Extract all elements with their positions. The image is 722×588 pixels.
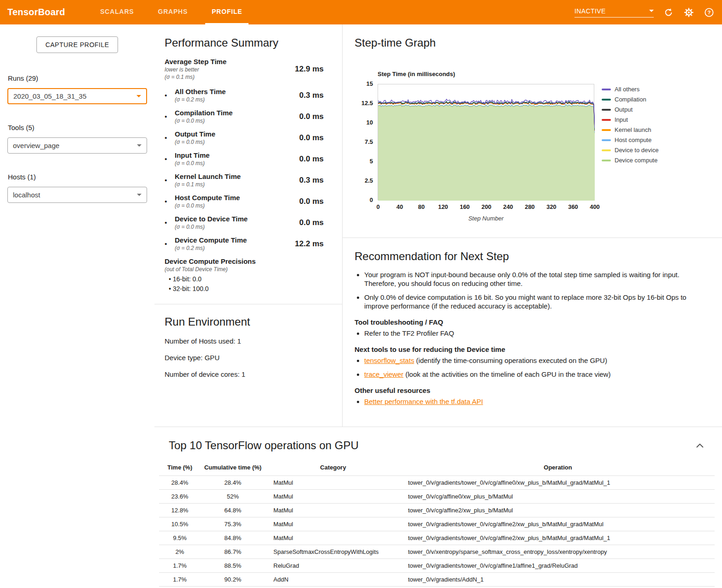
ops-cell: 2%	[159, 545, 201, 559]
tool-link-description: (identify the time-consuming operations …	[414, 356, 607, 364]
metric-sigma: (σ = 0.2 ms)	[175, 245, 273, 251]
tab-scalars[interactable]: SCALARS	[94, 0, 140, 24]
table-row: 2%86.7%SparseSoftmaxCrossEntropyWithLogi…	[159, 545, 715, 559]
collapse-section-button[interactable]	[693, 439, 706, 452]
recommendation-section: Recommendation for Next Step Your progra…	[343, 238, 722, 427]
metric-value: 0.3 ms	[273, 91, 324, 100]
bullet-icon: •	[165, 134, 175, 142]
app-header: TensorBoard SCALARS GRAPHS PROFILE INACT…	[0, 0, 722, 24]
resources-heading: Other useful resources	[355, 386, 710, 394]
trace-viewer-link[interactable]: trace_viewer	[364, 370, 403, 378]
tools-selected-value: overview_page	[13, 142, 59, 149]
chevron-down-icon	[649, 10, 654, 12]
ops-cell: 1.7%	[159, 573, 201, 587]
metric-sigma: (σ = 0.1 ms)	[175, 181, 273, 188]
settings-button[interactable]	[683, 7, 694, 18]
faq-list: Refer to the TF2 Profiler FAQ	[355, 329, 710, 338]
metric-value: 0.0 ms	[273, 154, 324, 164]
metric-value: 0.0 ms	[273, 112, 324, 121]
tfdata-performance-link[interactable]: Better performance with the tf.data API	[364, 398, 483, 405]
precisions-list: 16-bit: 0.032-bit: 100.0	[165, 275, 324, 292]
run-env-device-cores: Number of device cores: 1	[165, 370, 324, 378]
ops-cell: 12.8%	[159, 504, 201, 517]
hosts-dropdown[interactable]: localhost	[7, 187, 147, 203]
legend-item: Output	[602, 106, 658, 113]
ops-cell: MatMul	[265, 490, 401, 504]
col-category: Category	[265, 460, 401, 476]
precision-item: 32-bit: 100.0	[169, 285, 324, 292]
ops-cell: 10.5%	[159, 517, 201, 531]
table-row: 1.7%91.9%ApplyGradientDescentappend_appl…	[159, 587, 715, 588]
metric-row: • Output Time (σ = 0.0 ms) 0.0 ms	[165, 130, 324, 145]
hosts-label: Hosts (1)	[8, 173, 147, 181]
x-tick-label: 320	[546, 203, 556, 210]
ops-cell: tower_0/v/gradients/tower_0/v/cg/affine0…	[401, 476, 715, 490]
run-env-device-type: Device type: GPU	[165, 354, 324, 362]
y-tick-label: 7.5	[365, 138, 373, 145]
x-tick-label: 80	[418, 203, 425, 210]
metric-row: • Host Compute Time (σ = 0.0 ms) 0.0 ms	[165, 194, 324, 209]
capture-profile-button[interactable]: CAPTURE PROFILE	[36, 36, 118, 53]
help-icon: ?	[704, 7, 714, 18]
metric-name: Host Compute Time	[175, 194, 273, 202]
metric-row: • All Others Time (σ = 0.2 ms) 0.3 ms	[165, 88, 324, 103]
tools-dropdown[interactable]: overview_page	[7, 137, 147, 154]
help-button[interactable]: ?	[704, 7, 715, 18]
ops-cell: 28.4%	[159, 476, 201, 490]
metric-name: Device Compute Time	[175, 236, 273, 244]
metric-name: Device to Device Time	[175, 215, 273, 223]
metric-sigma: (σ = 0.1 ms)	[165, 74, 273, 80]
runs-dropdown[interactable]: 2020_03_05_18_31_35	[7, 88, 147, 104]
ops-cell: 9.5%	[159, 531, 201, 545]
table-row: 23.6%52%MatMultower_0/v/cg/affine0/xw_pl…	[159, 490, 715, 504]
top-ops-title: Top 10 TensorFlow operations on GPU	[169, 439, 359, 452]
recommendation-bullets: Your program is NOT input-bound because …	[355, 270, 710, 310]
top-ops-section: Top 10 TensorFlow operations on GPU Time…	[154, 427, 722, 588]
faq-bullet: Refer to the TF2 Profiler FAQ	[364, 329, 710, 338]
ops-cell: 91.9%	[201, 587, 265, 588]
gear-icon	[684, 7, 694, 18]
refresh-button[interactable]	[663, 7, 674, 18]
step-time-chart: Step Time (in milliseconds) 02.557.51012…	[355, 71, 710, 222]
reload-status-value: INACTIVE	[574, 7, 606, 15]
legend-item: Device compute	[602, 157, 658, 164]
metric-value: 0.0 ms	[273, 133, 324, 143]
legend-item: Host compute	[602, 137, 658, 143]
precisions-title: Device Compute Precisions	[165, 257, 324, 265]
legend-item: Device to device	[602, 147, 658, 154]
chevron-down-icon	[137, 144, 142, 147]
tab-graphs[interactable]: GRAPHS	[151, 0, 194, 24]
device-compute-precisions: Device Compute Precisions (out of Total …	[165, 257, 324, 292]
next-tools-heading: Next tools to use for reducing the Devic…	[355, 345, 710, 353]
faq-heading: Tool troubleshooting / FAQ	[355, 318, 710, 326]
legend-label: Output	[615, 106, 633, 113]
metric-sigma: (σ = 0.0 ms)	[175, 139, 273, 145]
tools-label: Tools (5)	[8, 124, 147, 131]
ops-cell: 1.7%	[159, 587, 201, 588]
reload-status-dropdown[interactable]: INACTIVE	[574, 7, 654, 18]
legend-swatch	[602, 160, 611, 161]
run-environment-section: Run Environment Number of Hosts used: 1 …	[154, 304, 342, 392]
chevron-down-icon	[136, 95, 141, 97]
y-tick-label: 15	[367, 80, 373, 87]
header-actions: INACTIVE ?	[574, 7, 715, 18]
metric-list: • All Others Time (σ = 0.2 ms) 0.3 ms • …	[165, 88, 324, 251]
precisions-note: (out of Total Device Time)	[165, 266, 324, 273]
metric-value: 0.3 ms	[273, 176, 324, 185]
chart-title: Step Time (in milliseconds)	[378, 71, 710, 77]
ops-cell: SparseSoftmaxCrossEntropyWithLogits	[265, 545, 401, 559]
metric-sigma: (σ = 0.0 ms)	[175, 202, 273, 209]
tensorflow-stats-link[interactable]: tensorflow_stats	[364, 356, 414, 364]
legend-item: Input	[602, 116, 658, 123]
ops-cell: tower_0/v/gradients/tower_0/v/cg/affine1…	[401, 559, 715, 573]
ops-cell: 88.5%	[201, 559, 265, 573]
recommendation-title: Recommendation for Next Step	[355, 250, 710, 263]
legend-swatch	[602, 129, 611, 131]
ops-cell: MatMul	[265, 504, 401, 517]
metric-value: 0.0 ms	[273, 218, 324, 227]
legend-item: All others	[602, 86, 658, 93]
ops-cell: 86.7%	[201, 545, 265, 559]
metric-row: • Input Time (σ = 0.0 ms) 0.0 ms	[165, 151, 324, 166]
metric-row: • Device to Device Time (σ = 0.0 ms) 0.0…	[165, 215, 324, 230]
tab-profile[interactable]: PROFILE	[205, 0, 249, 24]
